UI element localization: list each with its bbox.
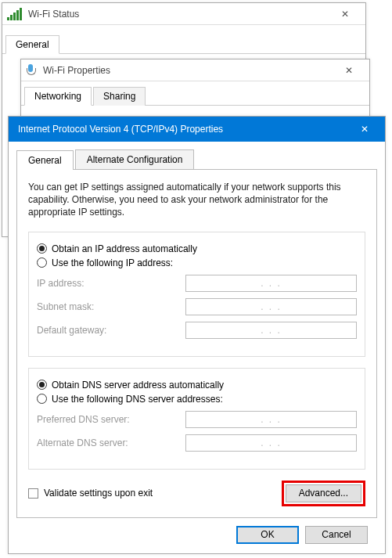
- radio-icon: [37, 243, 47, 254]
- input-ip-address[interactable]: . . .: [185, 275, 357, 292]
- ok-button[interactable]: OK: [236, 526, 299, 544]
- tab-general[interactable]: General: [5, 35, 59, 54]
- field-subnet-mask: Subnet mask: . . .: [37, 298, 357, 315]
- wifi-properties-titlebar[interactable]: Wi-Fi Properties ✕: [21, 59, 369, 81]
- tab-networking[interactable]: Networking: [24, 87, 92, 106]
- ipv4-general-panel: You can get IP settings assigned automat…: [16, 170, 377, 518]
- input-default-gateway[interactable]: . . .: [185, 322, 357, 339]
- tab-alternate-configuration[interactable]: Alternate Configuration: [75, 149, 195, 169]
- input-preferred-dns[interactable]: . . .: [185, 411, 357, 428]
- ip-address-group: Obtain an IP address automatically Use t…: [28, 232, 365, 357]
- footer-row: Validate settings upon exit Advanced...: [28, 481, 365, 506]
- checkbox-validate[interactable]: [28, 488, 38, 499]
- radio-ip-manual-label: Use the following IP address:: [52, 257, 173, 268]
- adapter-icon: [26, 64, 35, 77]
- close-icon[interactable]: ✕: [329, 4, 361, 24]
- close-icon[interactable]: ✕: [349, 119, 380, 139]
- wifi-status-tabs: General: [2, 30, 365, 54]
- ipv4-tabs: General Alternate Configuration: [16, 149, 377, 170]
- field-default-gateway: Default gateway: . . .: [37, 322, 357, 339]
- label-alternate-dns: Alternate DNS server:: [37, 437, 185, 448]
- radio-dns-manual-label: Use the following DNS server addresses:: [52, 394, 223, 405]
- label-default-gateway: Default gateway:: [37, 325, 185, 336]
- radio-icon: [37, 257, 47, 268]
- advanced-button[interactable]: Advanced...: [286, 484, 361, 502]
- radio-icon: [37, 394, 47, 404]
- label-validate: Validate settings upon exit: [44, 488, 153, 499]
- ipv4-titlebar[interactable]: Internet Protocol Version 4 (TCP/IPv4) P…: [9, 117, 385, 142]
- radio-icon: [37, 380, 47, 390]
- field-alternate-dns: Alternate DNS server: . . .: [37, 434, 357, 452]
- tab-general[interactable]: General: [16, 150, 74, 170]
- intro-text: You can get IP settings assigned automat…: [28, 181, 365, 219]
- ipv4-title: Internet Protocol Version 4 (TCP/IPv4) P…: [18, 124, 349, 135]
- dialog-buttons: OK Cancel: [16, 518, 377, 544]
- cancel-button[interactable]: Cancel: [305, 526, 368, 544]
- wifi-signal-icon: [7, 8, 22, 20]
- wifi-status-title: Wi-Fi Status: [28, 9, 329, 20]
- close-icon[interactable]: ✕: [333, 60, 365, 81]
- radio-ip-manual[interactable]: Use the following IP address:: [37, 257, 357, 268]
- label-ip-address: IP address:: [37, 278, 185, 289]
- label-subnet-mask: Subnet mask:: [37, 301, 185, 312]
- radio-dns-auto-label: Obtain DNS server address automatically: [52, 380, 224, 391]
- input-subnet-mask[interactable]: . . .: [185, 298, 357, 315]
- tab-sharing[interactable]: Sharing: [93, 87, 146, 106]
- wifi-properties-title: Wi-Fi Properties: [43, 65, 333, 76]
- radio-dns-manual[interactable]: Use the following DNS server addresses:: [37, 394, 357, 405]
- dns-group: Obtain DNS server address automatically …: [28, 368, 365, 470]
- input-alternate-dns[interactable]: . . .: [185, 434, 357, 452]
- radio-ip-auto[interactable]: Obtain an IP address automatically: [37, 243, 357, 254]
- label-preferred-dns: Preferred DNS server:: [37, 414, 185, 425]
- field-ip-address: IP address: . . .: [37, 275, 357, 292]
- wifi-status-titlebar[interactable]: Wi-Fi Status ✕: [2, 3, 365, 25]
- ipv4-properties-window: Internet Protocol Version 4 (TCP/IPv4) P…: [8, 116, 386, 554]
- wifi-properties-tabs: Networking Sharing: [21, 81, 369, 106]
- advanced-highlight: Advanced...: [282, 481, 365, 506]
- field-preferred-dns: Preferred DNS server: . . .: [37, 411, 357, 428]
- radio-ip-auto-label: Obtain an IP address automatically: [52, 243, 197, 254]
- radio-dns-auto[interactable]: Obtain DNS server address automatically: [37, 380, 357, 391]
